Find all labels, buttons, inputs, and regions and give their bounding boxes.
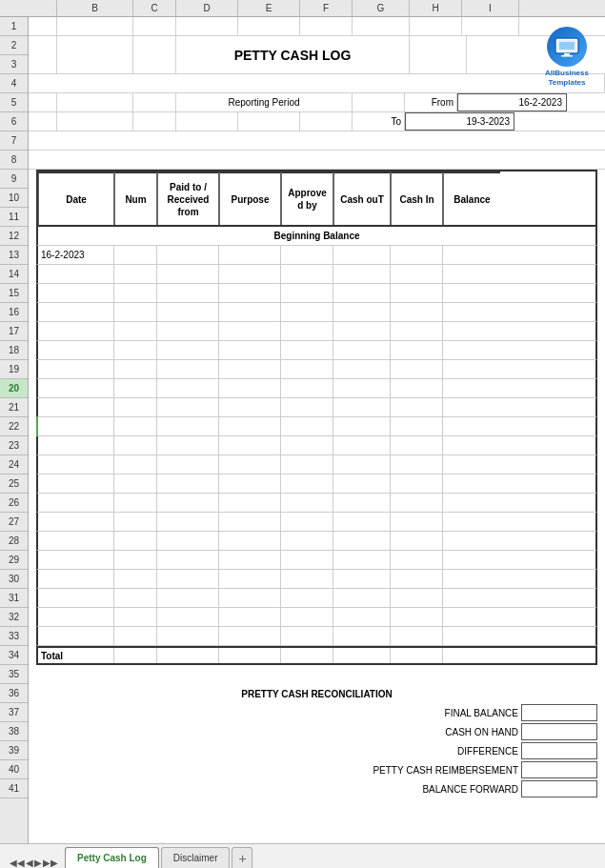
row-num-31: 31 bbox=[0, 589, 28, 608]
row-num-1: 1 bbox=[0, 17, 28, 36]
cell-row30-col1 bbox=[114, 608, 157, 626]
cell-row21-col0 bbox=[38, 436, 114, 454]
cell-i1 bbox=[462, 17, 519, 35]
row-num-13: 13 bbox=[0, 246, 28, 265]
recon-value-1[interactable] bbox=[521, 723, 597, 740]
cell-row30-col0 bbox=[38, 608, 114, 626]
cell-row15-col4 bbox=[281, 322, 333, 340]
cell-row13-col5 bbox=[333, 284, 391, 302]
nav-first[interactable]: ◀◀ bbox=[10, 858, 25, 868]
cell-row15-col2 bbox=[157, 322, 219, 340]
cell-balance-11 bbox=[443, 246, 500, 264]
cell-row13-col1 bbox=[114, 284, 157, 302]
to-date-value: 19-3-2023 bbox=[405, 112, 514, 131]
cell-row19-col0 bbox=[38, 398, 114, 416]
logo-icon bbox=[547, 27, 587, 67]
cell-row17-col7 bbox=[443, 360, 500, 378]
row-num-34: 34 bbox=[0, 646, 28, 665]
data-row-23 bbox=[36, 474, 597, 494]
row-num-2: 2 bbox=[0, 36, 28, 55]
cell-h1 bbox=[410, 17, 462, 35]
cell-d6 bbox=[176, 112, 238, 131]
cell-row27-col1 bbox=[114, 551, 157, 569]
total-balance bbox=[443, 648, 500, 663]
nav-prev[interactable]: ◀ bbox=[26, 858, 33, 868]
cell-row30-col3 bbox=[219, 608, 281, 626]
spreadsheet-wrapper: B C D E F G H I 123456789101112131415161… bbox=[0, 0, 605, 868]
cell-row24-col1 bbox=[114, 494, 157, 512]
cell-row12-col2 bbox=[157, 265, 219, 283]
cell-row31-col4 bbox=[281, 627, 333, 645]
recon-value-2[interactable] bbox=[521, 742, 597, 759]
cell-b5 bbox=[57, 93, 133, 111]
total-row: Total bbox=[36, 646, 597, 665]
cell-row18-col3 bbox=[219, 379, 281, 397]
row-1 bbox=[29, 17, 605, 36]
cell-row21-col5 bbox=[333, 436, 391, 454]
tab-petty-cash-log[interactable]: Petty Cash Log bbox=[65, 847, 159, 868]
data-row-25 bbox=[36, 513, 597, 532]
recon-value-0[interactable] bbox=[521, 704, 597, 721]
cell-row22-col7 bbox=[443, 455, 500, 474]
cell-row27-col3 bbox=[219, 551, 281, 569]
col-header-e: E bbox=[238, 0, 300, 16]
cell-b2 bbox=[57, 36, 133, 73]
col-header-b: B bbox=[57, 0, 133, 16]
add-sheet-button[interactable]: + bbox=[232, 847, 252, 868]
data-row-30 bbox=[36, 608, 597, 627]
cell-row31-col3 bbox=[219, 627, 281, 645]
cell-row28-col6 bbox=[391, 570, 443, 588]
cell-row29-col4 bbox=[281, 589, 333, 607]
cell-e1 bbox=[238, 17, 300, 35]
cell-row17-col1 bbox=[114, 360, 157, 378]
recon-value-3[interactable] bbox=[521, 761, 597, 778]
cell-row27-col2 bbox=[157, 551, 219, 569]
cell-row18-col0 bbox=[38, 379, 114, 397]
row-num-32: 32 bbox=[0, 608, 28, 627]
row-num-24: 24 bbox=[0, 455, 28, 474]
to-label: To bbox=[353, 112, 405, 131]
tab-disclaimer[interactable]: Disclaimer bbox=[161, 847, 231, 868]
th-date: Date bbox=[38, 172, 114, 225]
cell-row19-col2 bbox=[157, 398, 219, 416]
recon-value-4[interactable] bbox=[521, 780, 597, 797]
cell-row27-col6 bbox=[391, 551, 443, 569]
cell-f1 bbox=[300, 17, 353, 35]
cell-c5 bbox=[133, 93, 176, 111]
row-num-12: 12 bbox=[0, 227, 28, 246]
cell-row13-col6 bbox=[391, 284, 443, 302]
table-header-row: Date Num Paid to /Receivedfrom Purpose A… bbox=[36, 170, 597, 227]
cell-row22-col6 bbox=[391, 455, 443, 474]
cell-row13-col3 bbox=[219, 284, 281, 302]
cell-row18-col7 bbox=[443, 379, 500, 397]
cell-row14-col4 bbox=[281, 303, 333, 321]
cell-row27-col5 bbox=[333, 551, 391, 569]
beginning-balance-label: Beginning Balance bbox=[38, 227, 595, 245]
nav-next[interactable]: ▶ bbox=[34, 858, 42, 868]
row-num-41: 41 bbox=[0, 779, 28, 798]
cell-row14-col1 bbox=[114, 303, 157, 321]
cell-row22-col5 bbox=[333, 455, 391, 474]
total-approved bbox=[281, 648, 333, 663]
data-row-15 bbox=[36, 322, 597, 341]
cell-row15-col6 bbox=[391, 322, 443, 340]
row-num-38: 38 bbox=[0, 722, 28, 741]
cell-row24-col6 bbox=[391, 494, 443, 512]
recon-label-3: PETTY CASH REIMBERSEMENT bbox=[36, 765, 521, 776]
nav-last[interactable]: ▶▶ bbox=[43, 858, 58, 868]
total-label: Total bbox=[38, 648, 114, 663]
col-header-i: I bbox=[462, 0, 519, 16]
svg-rect-3 bbox=[564, 53, 570, 55]
cell-row18-col6 bbox=[391, 379, 443, 397]
row-33 bbox=[29, 665, 605, 684]
row-6: To 19-3-2023 bbox=[29, 112, 605, 131]
cell-row29-col1 bbox=[114, 589, 157, 607]
row-num-40: 40 bbox=[0, 760, 28, 779]
cell-row19-col5 bbox=[333, 398, 391, 416]
cell-row15-col7 bbox=[443, 322, 500, 340]
cell-row15-col3 bbox=[219, 322, 281, 340]
data-row-12 bbox=[36, 265, 597, 284]
cell-e6 bbox=[238, 112, 300, 131]
total-purpose bbox=[219, 648, 281, 663]
col-header-g: G bbox=[353, 0, 410, 16]
